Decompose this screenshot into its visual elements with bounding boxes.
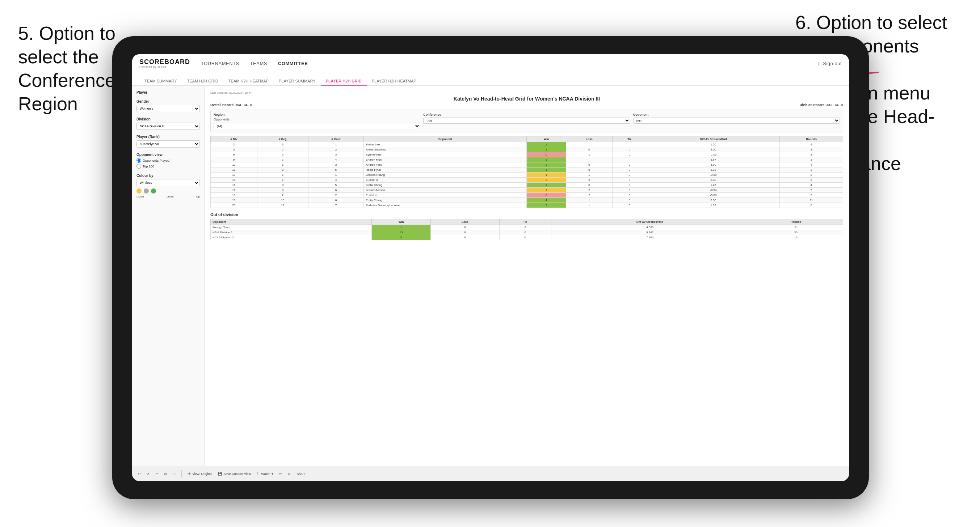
opponents-label: Opponents: [213, 117, 420, 121]
region-select[interactable]: (All) [213, 123, 420, 129]
sub-nav-team-h2h-grid[interactable]: TEAM H2H GRID [182, 77, 223, 86]
td-rounds: 3 [780, 147, 843, 152]
td-win: 2 [527, 178, 566, 183]
label-up: Up [196, 195, 200, 198]
nav-committee[interactable]: COMMITTEE [278, 59, 308, 68]
out-td-diff: 7.400 [551, 235, 749, 240]
td-diff: 4.00 [647, 147, 780, 152]
td-diff: 1.33 [647, 203, 780, 208]
td-diff: 1.25 [647, 183, 780, 188]
tablet-screen: SCOREBOARD Powered by clippd TOURNAMENTS… [132, 54, 849, 481]
toolbar-undo[interactable]: ↩ [138, 472, 141, 476]
sidebar-gender-section: Gender Women's [137, 100, 200, 112]
td-opponent: Sydney Kuo [364, 152, 527, 157]
td-win: 0 [527, 193, 566, 198]
filter-region-label: Region [213, 113, 420, 116]
radio-top100-input[interactable] [137, 164, 141, 168]
toolbar-share[interactable]: Share [296, 472, 305, 476]
annotation-left-line1: 5. Option to [18, 23, 116, 44]
conference-select[interactable]: (All) [423, 117, 630, 124]
nav-tournaments[interactable]: TOURNAMENTS [201, 59, 239, 68]
td-tie: 0 [612, 152, 647, 157]
radio-opponents-played[interactable]: Opponents Played [137, 158, 200, 163]
toolbar-back[interactable]: ↩ [155, 472, 158, 476]
th-opponent: Opponent [364, 137, 527, 142]
td-div: 14 [211, 178, 258, 183]
td-opponent: Emily Chang [364, 198, 527, 203]
sidebar-opponent-view-section: Opponent view Opponents Played Top 100 [137, 152, 200, 168]
sub-nav-player-h2h-grid[interactable]: PLAYER H2H GRID [321, 77, 367, 86]
radio-opponents-played-input[interactable] [137, 158, 141, 163]
sidebar-opponent-radio: Opponents Played Top 100 [137, 158, 200, 168]
td-reg: 10 [258, 198, 309, 203]
out-th-rounds: Rounds [749, 219, 843, 225]
td-tie: 0 [612, 173, 647, 178]
td-diff: 4.00 [647, 162, 780, 167]
td-conf: 6 [308, 188, 364, 193]
out-td-loss: 0 [431, 230, 499, 235]
toolbar-watch[interactable]: ⚐ Watch ▾ [257, 472, 273, 476]
td-conf: 1 [308, 173, 364, 178]
sidebar: Player Gender Women's Division NCAA Divi… [132, 86, 205, 466]
td-diff: 0.30 [647, 198, 780, 203]
last-updated: Last Updated: 27/03/2024 18:44 [210, 91, 843, 94]
td-tie: 0 [612, 178, 647, 183]
sidebar-division-select[interactable]: NCAA Division III [137, 122, 200, 130]
out-td-diff: 4.500 [551, 225, 749, 230]
out-td-rounds: 10 [749, 235, 843, 240]
td-diff: -1.00 [647, 152, 780, 157]
toolbar-history[interactable]: ◷ [173, 472, 176, 476]
toolbar-columns[interactable]: ⊞ [288, 472, 291, 476]
radio-top100[interactable]: Top 100 [137, 164, 200, 168]
table-row: 14 7 4 Eunice Yi 2 2 0 0.38 9 [211, 178, 843, 183]
opponent-select[interactable]: (All) [633, 117, 840, 124]
td-loss [566, 142, 612, 147]
main-content: Player Gender Women's Division NCAA Divi… [132, 86, 849, 466]
out-td-rounds: 2 [749, 225, 843, 230]
td-tie: 0 [612, 167, 647, 173]
td-div: 11 [211, 167, 258, 173]
td-win: 1 [527, 173, 566, 178]
td-reg: 1 [258, 157, 309, 162]
sidebar-division-section: Division NCAA Division III [137, 117, 200, 130]
sub-nav-team-h2h-heatmap[interactable]: TEAM H2H HEATMAP [223, 77, 274, 86]
toolbar-save-custom[interactable]: 💾 Save Custom View [218, 472, 251, 476]
sub-nav-player-h2h-heatmap[interactable]: PLAYER H2H HEATMAP [367, 77, 422, 86]
th-rounds: Rounds [780, 137, 843, 142]
sidebar-player-rank-label: Player (Rank) [137, 135, 200, 139]
toolbar-resize[interactable]: ⇔ [279, 472, 282, 476]
sidebar-player-rank-select[interactable]: 8. Katelyn Vo [137, 140, 200, 148]
toolbar-copy[interactable]: ⊞ [164, 472, 167, 476]
td-rounds: 2 [780, 173, 843, 178]
td-conf: 5 [308, 167, 364, 173]
content-header: Last Updated: 27/03/2024 18:44 Katelyn V… [210, 91, 843, 107]
td-reg: 3 [258, 142, 309, 147]
out-td-loss: 0 [431, 225, 499, 230]
out-table-row: NCAA Division 2 5 0 0 7.400 10 [211, 235, 843, 240]
filter-row: Region Opponents: (All) Conference (All) [210, 110, 843, 132]
sidebar-colour-select[interactable]: Win/loss [137, 179, 200, 186]
sidebar-gender-select[interactable]: Women's [137, 105, 200, 112]
td-div: 13 [211, 173, 258, 178]
td-rounds: 4 [780, 142, 843, 147]
sub-nav-team-summary[interactable]: TEAM SUMMARY [139, 77, 182, 86]
td-win: 1 [527, 188, 566, 193]
toolbar-view-original[interactable]: 👁 View: Original [188, 472, 212, 476]
nav-teams[interactable]: TEAMS [250, 59, 267, 68]
td-win: 1 [527, 157, 566, 162]
filter-opponent-label: Opponent [633, 113, 840, 116]
td-loss: 1 [566, 203, 612, 208]
td-div: 15 [211, 183, 258, 188]
td-loss: 2 [566, 193, 612, 198]
sign-out-button[interactable]: Sign out [823, 59, 842, 68]
th-win: Win [527, 137, 566, 142]
out-td-win: 15 [371, 230, 430, 235]
td-div: 9 [211, 157, 258, 162]
out-td-loss: 0 [431, 235, 499, 240]
out-table-header-row: Opponent Win Loss Tie Diff Av Strokes/Rn… [211, 219, 843, 225]
sub-nav-player-summary[interactable]: PLAYER SUMMARY [274, 77, 321, 86]
td-win: 1 [527, 147, 566, 152]
td-opponent: Andrea York [364, 162, 527, 167]
toolbar-redo[interactable]: ⟳ [146, 472, 150, 476]
table-row: 15 8 5 Stella Cheng 1 0 0 1.25 4 [211, 183, 843, 188]
